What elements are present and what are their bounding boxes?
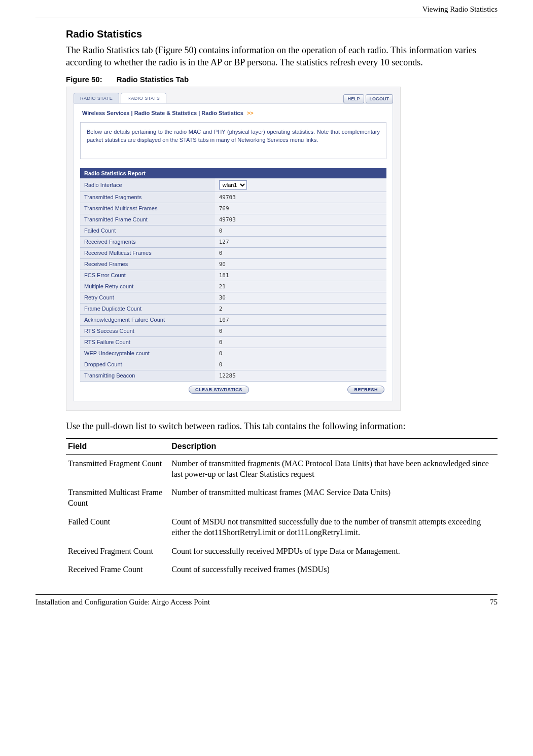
table-row: Retry Count30 [80, 292, 386, 303]
row-label: Frame Duplicate Count [80, 303, 215, 314]
row-label: Transmitted Frame Count [80, 214, 215, 225]
table-row: Multiple Retry count21 [80, 281, 386, 292]
tab-radio-stats[interactable]: RADIO STATS [121, 93, 166, 103]
intro-box: Below are details pertaining to the radi… [80, 122, 386, 159]
desc-description: Number of transmitted multicast frames (… [169, 483, 498, 513]
table-row: Transmitted Multicast Frames769 [80, 203, 386, 214]
table-row: Transmitted Fragment CountNumber of tran… [66, 454, 498, 483]
help-button[interactable]: HELP [343, 94, 364, 103]
desc-description: Count for successfully received MPDUs of… [169, 542, 498, 561]
row-label: Received Multicast Frames [80, 247, 215, 258]
section-title: Radio Statistics [66, 28, 498, 40]
desc-description: Number of transmitted fragments (MAC Pro… [169, 454, 498, 483]
footer-left: Installation and Configuration Guide: Ai… [35, 598, 490, 607]
row-value: 30 [215, 292, 386, 303]
header-rule [35, 18, 498, 18]
desc-field: Transmitted Multicast Frame Count [66, 483, 169, 513]
button-row: CLEAR STATISTICS REFRESH [80, 382, 386, 394]
figure-title: Radio Statistics Tab [117, 75, 189, 84]
screenshot-container: RADIO STATE RADIO STATS HELP LOGOUT Wire… [66, 87, 401, 411]
stats-table: Radio Interface wlan1 Transmitted Fragme… [80, 178, 386, 382]
clear-statistics-button[interactable]: CLEAR STATISTICS [189, 386, 249, 394]
row-value: 107 [215, 314, 386, 325]
row-label: Failed Count [80, 225, 215, 236]
row-value: 21 [215, 281, 386, 292]
table-row: RTS Success Count0 [80, 325, 386, 336]
row-label: Retry Count [80, 292, 215, 303]
table-row: Frame Duplicate Count2 [80, 303, 386, 314]
row-value: 181 [215, 270, 386, 281]
row-value: 0 [215, 225, 386, 236]
row-label: Transmitting Beacon [80, 370, 215, 381]
row-value: 49703 [215, 214, 386, 225]
table-row: Received Frame CountCount of successfull… [66, 560, 498, 579]
row-label: Transmitted Multicast Frames [80, 203, 215, 214]
footer-rule [35, 594, 498, 595]
screenshot-panel: Wireless Services | Radio State & Statis… [74, 103, 393, 401]
row-label: Dropped Count [80, 359, 215, 370]
row-value: 0 [215, 247, 386, 258]
desc-field: Transmitted Fragment Count [66, 454, 169, 483]
table-row: Failed CountCount of MSDU not transmitte… [66, 513, 498, 542]
breadcrumb-arrows-icon: >> [247, 110, 254, 116]
tab-radio-state[interactable]: RADIO STATE [74, 93, 119, 103]
desc-field: Received Fragment Count [66, 542, 169, 561]
desc-field: Received Frame Count [66, 560, 169, 579]
row-value: 0 [215, 348, 386, 359]
description-table: Field Description Transmitted Fragment C… [66, 438, 498, 579]
row-value: 769 [215, 203, 386, 214]
breadcrumb: Wireless Services | Radio State & Statis… [80, 109, 386, 122]
table-row: Received Frames90 [80, 258, 386, 270]
row-label: Received Fragments [80, 236, 215, 247]
tab-bar: RADIO STATE RADIO STATS HELP LOGOUT [66, 87, 400, 103]
page-number: 75 [490, 598, 498, 607]
row-label: Transmitted Fragments [80, 192, 215, 203]
report-title: Radio Statistics Report [80, 168, 386, 178]
table-row: Received Fragments127 [80, 236, 386, 247]
row-label: RTS Failure Count [80, 336, 215, 348]
row-label: Received Frames [80, 258, 215, 270]
table-row: FCS Error Count181 [80, 270, 386, 281]
row-value: 49703 [215, 192, 386, 203]
after-figure-text: Use the pull-down list to switch between… [66, 420, 498, 432]
table-row: Received Multicast Frames0 [80, 247, 386, 258]
table-row: WEP Undecryptable count0 [80, 348, 386, 359]
breadcrumb-text: Wireless Services | Radio State & Statis… [82, 110, 243, 116]
row-value: 0 [215, 336, 386, 348]
row-label: RTS Success Count [80, 325, 215, 336]
table-row: Transmitting Beacon12285 [80, 370, 386, 381]
row-label: Acknowledgement Failure Count [80, 314, 215, 325]
table-row: RTS Failure Count0 [80, 336, 386, 348]
desc-description: Count of successfully received frames (M… [169, 560, 498, 579]
desc-description: Count of MSDU not transmitted successful… [169, 513, 498, 542]
row-value: 0 [215, 359, 386, 370]
row-value: 127 [215, 236, 386, 247]
figure-label: Figure 50: [66, 75, 102, 84]
table-row: Acknowledgement Failure Count107 [80, 314, 386, 325]
table-row: Transmitted Multicast Frame CountNumber … [66, 483, 498, 513]
row-value: 2 [215, 303, 386, 314]
table-row: Radio Interface wlan1 [80, 178, 386, 192]
row-value: 0 [215, 325, 386, 336]
row-label: WEP Undecryptable count [80, 348, 215, 359]
refresh-button[interactable]: REFRESH [347, 386, 384, 394]
desc-head-field: Field [66, 438, 169, 454]
row-label: Radio Interface [80, 178, 215, 192]
running-head: Viewing Radio Statistics [35, 5, 498, 18]
row-label: Multiple Retry count [80, 281, 215, 292]
logout-button[interactable]: LOGOUT [366, 94, 394, 103]
figure-caption: Figure 50: Radio Statistics Tab [66, 75, 498, 84]
table-row: Received Fragment CountCount for success… [66, 542, 498, 561]
table-row: Transmitted Fragments49703 [80, 192, 386, 203]
row-value: wlan1 [215, 178, 386, 192]
desc-head-description: Description [169, 438, 498, 454]
row-label: FCS Error Count [80, 270, 215, 281]
desc-field: Failed Count [66, 513, 169, 542]
table-row: Dropped Count0 [80, 359, 386, 370]
row-value: 90 [215, 258, 386, 270]
radio-interface-select[interactable]: wlan1 [219, 180, 247, 190]
footer: Installation and Configuration Guide: Ai… [35, 598, 498, 610]
table-row: Failed Count0 [80, 225, 386, 236]
section-intro: The Radio Statistics tab (Figure 50) con… [66, 44, 498, 69]
row-value: 12285 [215, 370, 386, 381]
